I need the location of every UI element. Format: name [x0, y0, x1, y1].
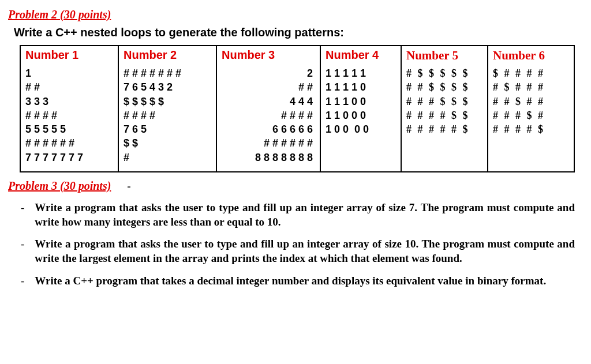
task-text: Write a C++ program that takes a decimal…	[35, 274, 575, 288]
col-header-6: Number 6	[488, 46, 574, 64]
problem-3-heading: Problem 3 (30 points)	[8, 179, 111, 193]
task-text: Write a program that asks the user to ty…	[35, 201, 575, 229]
list-item: - Write a program that asks the user to …	[21, 201, 575, 229]
pattern-cell-3: 2 # # 4 4 4 # # # # 6 6 6 6 6 # # # # # …	[216, 64, 320, 172]
pattern-cell-1: 1 # # 3 3 3 # # # # 5 5 5 5 5 # # # # # …	[20, 64, 118, 172]
col-header-5: Number 5	[401, 46, 488, 64]
problem-3-tasks: - Write a program that asks the user to …	[21, 201, 583, 288]
task-text: Write a program that asks the user to ty…	[35, 237, 575, 265]
pattern-cell-5: # $ $ $ $ $ # # $ $ $ $ # # # $ $ $ # # …	[401, 64, 488, 172]
bullet-dash-icon: -	[21, 237, 24, 252]
col-header-1: Number 1	[20, 46, 118, 64]
heading-trailing-dash: -	[127, 180, 130, 193]
pattern-cell-4: 1 1 1 1 1 1 1 1 1 0 1 1 1 0 0 1 1 0 0 0 …	[320, 64, 401, 172]
pattern-cell-2: # # # # # # # 7 6 5 4 3 2 $ $ $ $ $ # # …	[118, 64, 216, 172]
col-header-3: Number 3	[216, 46, 320, 64]
pattern-cell-6: $ # # # # # $ # # # # # $ # # # # # $ # …	[488, 64, 574, 172]
patterns-table: Number 1 Number 2 Number 3 Number 4 Numb…	[20, 45, 575, 172]
list-item: - Write a C++ program that takes a decim…	[21, 274, 575, 288]
col-header-4: Number 4	[320, 46, 401, 64]
problem-2-instruction: Write a C++ nested loops to generate the…	[14, 26, 583, 39]
problem-2-heading: Problem 2 (30 points)	[8, 8, 583, 21]
bullet-dash-icon: -	[21, 274, 24, 288]
bullet-dash-icon: -	[21, 201, 24, 215]
list-item: - Write a program that asks the user to …	[21, 237, 575, 265]
col-header-2: Number 2	[118, 46, 216, 64]
